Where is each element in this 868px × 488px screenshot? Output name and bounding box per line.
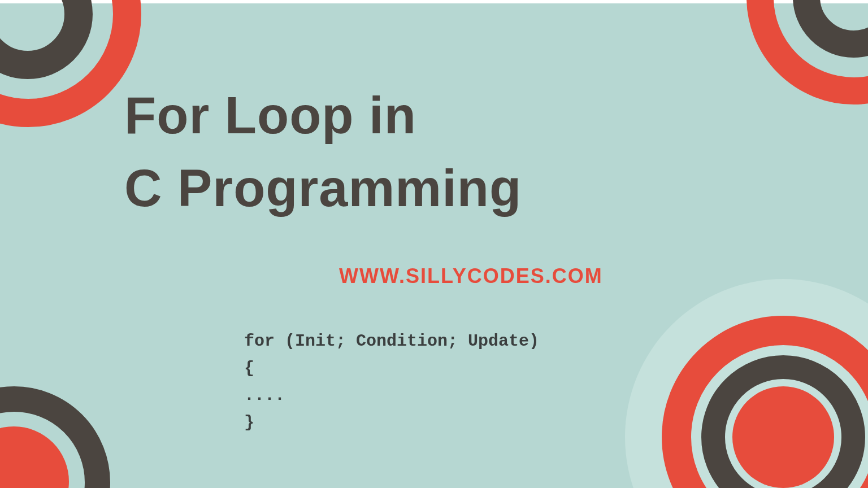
title-line-1: For Loop in (124, 86, 416, 144)
decorative-circle-br-inner (732, 386, 834, 488)
code-snippet: for (Init; Condition; Update) { .... } (244, 328, 539, 436)
title-line-2: C Programming (124, 159, 522, 217)
page-title: For Loop in C Programming (124, 79, 522, 225)
website-url: WWW.SILLYCODES.COM (339, 264, 603, 288)
